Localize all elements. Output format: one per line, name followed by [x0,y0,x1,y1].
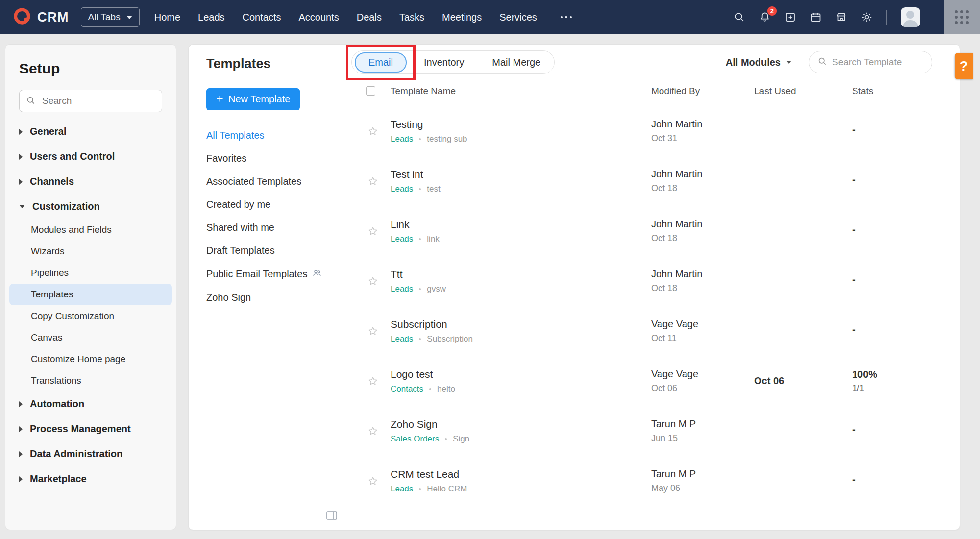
module-link[interactable]: Leads [391,334,413,344]
sidebar-item-automation[interactable]: Automation [5,392,176,416]
filter-draft-templates[interactable]: Draft Templates [189,239,345,262]
template-name[interactable]: Testing [391,119,651,130]
topbar-divider [886,10,887,24]
templates-left-panel: Templates New Template All Templates Fav… [189,45,345,530]
zoho-crm-logo[interactable]: CRM [13,7,69,27]
table-row[interactable]: Test int Leadstest John MartinOct 18 - [345,156,960,206]
all-tabs-dropdown[interactable]: All Tabs [81,7,140,27]
tab-mail-merge[interactable]: Mail Merge [478,51,554,74]
help-button[interactable]: ? [955,53,973,79]
bullet-separator [419,488,421,490]
select-all-checkbox[interactable] [366,86,375,96]
bullet-separator [419,288,421,290]
filter-shared-with-me[interactable]: Shared with me [189,216,345,239]
filter-associated-templates[interactable]: Associated Templates [189,170,345,193]
table-row[interactable]: Ttt Leadsgvsw John MartinOct 18 - [345,256,960,306]
sidebar-item-data-administration[interactable]: Data Administration [5,441,176,466]
star-icon[interactable] [367,125,391,137]
nav-tasks[interactable]: Tasks [399,12,424,23]
sidebar-item-translations[interactable]: Translations [5,370,176,392]
module-link[interactable]: Leads [391,234,413,244]
tab-email[interactable]: Email [352,51,410,74]
page-title: Templates [189,45,345,72]
sidebar-item-marketplace[interactable]: Marketplace [5,466,176,491]
star-icon[interactable] [367,225,391,237]
settings-gear-icon[interactable] [861,11,873,23]
calendar-icon[interactable] [810,11,822,23]
more-tabs-icon[interactable] [558,13,575,22]
sidebar-item-process-management[interactable]: Process Management [5,416,176,441]
apps-launcher[interactable] [944,0,980,34]
nav-deals[interactable]: Deals [357,12,382,23]
module-link[interactable]: Leads [391,484,413,494]
setup-menu: General Users and Control Channels Custo… [5,119,176,491]
filter-all-templates[interactable]: All Templates [189,124,345,147]
top-navigation: Home Leads Contacts Accounts Deals Tasks… [154,12,575,23]
template-name[interactable]: Subscription [391,318,651,330]
user-avatar[interactable] [901,7,920,27]
star-icon[interactable] [367,275,391,287]
template-name[interactable]: Ttt [391,269,651,280]
nav-home[interactable]: Home [154,12,180,23]
table-row[interactable]: CRM test Lead LeadsHello CRM Tarun M PMa… [345,456,960,506]
modified-date: Oct 31 [651,133,754,144]
nav-contacts[interactable]: Contacts [243,12,281,23]
sidebar-item-customization[interactable]: Customization [5,194,176,219]
notification-count-badge: 2 [767,6,777,16]
template-name[interactable]: Logo test [391,368,651,380]
star-icon[interactable] [367,375,391,387]
nav-meetings[interactable]: Meetings [442,12,482,23]
search-icon[interactable] [734,11,745,23]
module-link[interactable]: Leads [391,284,413,294]
template-name[interactable]: Link [391,219,651,230]
template-search-input[interactable] [832,57,952,68]
sidebar-item-wizards[interactable]: Wizards [5,241,176,262]
template-name[interactable]: Test int [391,169,651,180]
star-icon[interactable] [367,425,391,437]
chevron-right-icon [19,476,23,482]
star-icon[interactable] [367,325,391,337]
nav-services[interactable]: Services [499,12,537,23]
quick-create-icon[interactable] [784,11,796,23]
template-name[interactable]: Zoho Sign [391,418,651,430]
setup-search-input[interactable] [19,90,162,112]
col-last-used: Last Used [754,86,852,97]
sidebar-item-customize-home-page[interactable]: Customize Home page [5,348,176,370]
module-link[interactable]: Sales Orders [391,434,439,444]
sidebar-item-templates[interactable]: Templates [9,284,172,305]
table-row[interactable]: Subscription LeadsSubscription Vage Vage… [345,306,960,356]
sidebar-item-modules-and-fields[interactable]: Modules and Fields [5,219,176,241]
sidebar-item-channels[interactable]: Channels [5,169,176,194]
template-name[interactable]: CRM test Lead [391,468,651,480]
notifications-bell-icon[interactable]: 2 [759,11,771,23]
template-type-tabs: Email Inventory Mail Merge [351,50,555,74]
tab-inventory[interactable]: Inventory [410,51,478,74]
star-icon[interactable] [367,475,391,487]
sidebar-item-pipelines[interactable]: Pipelines [5,262,176,284]
table-row[interactable]: Link Leadslink John MartinOct 18 - [345,206,960,256]
filter-favorites[interactable]: Favorites [189,147,345,170]
sidebar-item-users-and-control[interactable]: Users and Control [5,144,176,169]
table-row[interactable]: Testing Leadstesting sub John MartinOct … [345,106,960,156]
stats-value: - [852,274,940,285]
module-link[interactable]: Leads [391,134,413,144]
chevron-down-icon [19,205,25,208]
sidebar-item-general[interactable]: General [5,119,176,144]
nav-leads[interactable]: Leads [198,12,225,23]
sidebar-item-canvas[interactable]: Canvas [5,327,176,348]
sidebar-item-copy-customization[interactable]: Copy Customization [5,305,176,327]
marketplace-icon[interactable] [835,11,847,23]
modules-filter-dropdown[interactable]: All Modules [726,57,791,68]
module-link[interactable]: Contacts [391,384,423,394]
filter-public-email-templates[interactable]: Public Email Templates [189,262,345,286]
module-link[interactable]: Leads [391,184,413,194]
filter-created-by-me[interactable]: Created by me [189,193,345,216]
table-row[interactable]: Zoho Sign Sales OrdersSign Tarun M PJun … [345,406,960,456]
star-icon[interactable] [367,175,391,187]
stats-detail: 1/1 [852,383,940,393]
nav-accounts[interactable]: Accounts [298,12,339,23]
table-row[interactable]: Logo test Contactshelto Vage VageOct 06 … [345,356,960,406]
filter-zoho-sign[interactable]: Zoho Sign [189,286,345,309]
new-template-button[interactable]: New Template [206,88,300,110]
collapse-panel-icon[interactable] [326,511,337,522]
